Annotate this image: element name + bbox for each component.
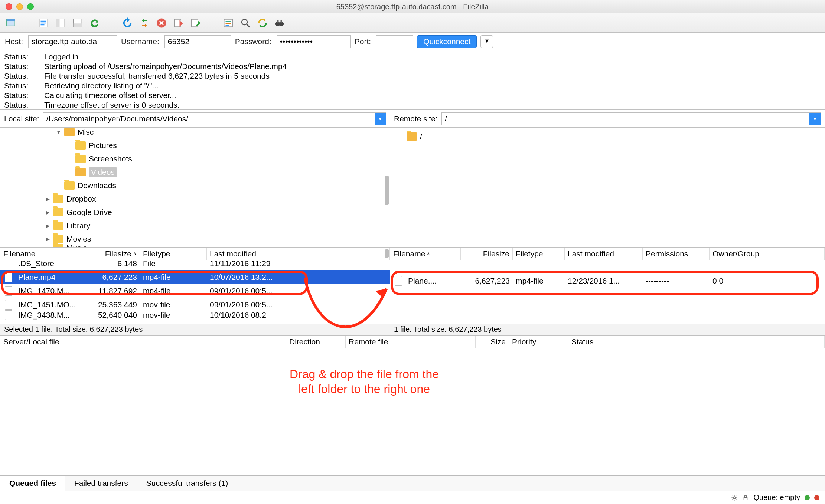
- col-direction[interactable]: Direction: [286, 336, 346, 348]
- col-server-file[interactable]: Server/Local file: [0, 336, 286, 348]
- file-type: mp4-file: [140, 273, 207, 282]
- col-filesize[interactable]: Filesize∧: [88, 248, 140, 260]
- activity-indicator-1: [805, 495, 810, 500]
- col-remote-file[interactable]: Remote file: [346, 336, 476, 348]
- local-path-dropdown[interactable]: ▼: [375, 113, 386, 125]
- file-size: 6,627,223: [88, 273, 140, 282]
- tree-item[interactable]: ▶Library: [0, 219, 390, 232]
- remote-path-input[interactable]: [441, 112, 821, 125]
- col-owner[interactable]: Owner/Group: [710, 248, 825, 260]
- tree-item[interactable]: ▼Misc: [0, 128, 390, 139]
- toggle-queue-icon[interactable]: [70, 16, 85, 30]
- tab-failed[interactable]: Failed transfers: [65, 476, 137, 491]
- tree-item[interactable]: Downloads: [0, 179, 390, 192]
- port-input[interactable]: [376, 35, 413, 48]
- reconnect-icon[interactable]: [188, 16, 203, 30]
- log-label: Status:: [4, 91, 34, 100]
- disclosure-icon[interactable]: ▶: [45, 209, 50, 215]
- toggle-sync-icon[interactable]: [137, 16, 152, 30]
- log-message: Retrieving directory listing of "/"...: [44, 81, 159, 91]
- file-icon: [5, 260, 12, 268]
- file-type: mp4-file: [140, 287, 207, 295]
- log-label: Status:: [4, 52, 34, 62]
- toggle-log-icon[interactable]: [36, 16, 51, 30]
- file-row[interactable]: Plane.mp46,627,223mp4-file10/07/2016 13:…: [0, 270, 390, 284]
- settings-icon[interactable]: [731, 494, 738, 501]
- filter-icon[interactable]: [221, 16, 236, 30]
- local-file-list[interactable]: .DS_Store6,148File11/11/2016 11:29Plane.…: [0, 260, 390, 324]
- col-permissions[interactable]: Permissions: [643, 248, 710, 260]
- log-label: Status:: [4, 62, 34, 71]
- file-row[interactable]: IMG_1470.M...11,827,692mp4-file09/01/201…: [0, 284, 390, 298]
- disclosure-icon[interactable]: ▼: [56, 129, 61, 135]
- tree-item[interactable]: Screenshots: [0, 152, 390, 166]
- port-label: Port:: [355, 37, 371, 46]
- queue-status: Queue: empty: [753, 493, 800, 502]
- file-size: 52,640,040: [88, 311, 140, 320]
- tree-item[interactable]: Videos: [0, 166, 390, 179]
- col-lastmod[interactable]: Last modified: [565, 248, 643, 260]
- col-filename[interactable]: Filename∧: [390, 248, 461, 260]
- scrollbar[interactable]: [385, 249, 389, 258]
- queue-header[interactable]: Server/Local file Direction Remote file …: [0, 336, 825, 348]
- compare-icon[interactable]: [255, 16, 270, 30]
- search-icon[interactable]: [238, 16, 253, 30]
- col-filename[interactable]: Filename: [0, 248, 88, 260]
- tree-item[interactable]: /: [390, 130, 825, 143]
- col-filetype[interactable]: Filetype: [513, 248, 565, 260]
- folder-icon: [64, 181, 75, 190]
- lock-icon[interactable]: [742, 494, 749, 501]
- username-input[interactable]: [164, 35, 231, 48]
- col-priority[interactable]: Priority: [509, 336, 568, 348]
- tree-item[interactable]: Pictures: [0, 139, 390, 152]
- local-status: Selected 1 file. Total size: 6,627,223 b…: [0, 324, 390, 335]
- scrollbar[interactable]: [385, 176, 389, 205]
- file-row[interactable]: IMG_3438.M...52,640,040mov-file10/10/201…: [0, 311, 390, 319]
- quickconnect-button[interactable]: Quickconnect: [417, 35, 477, 48]
- process-queue-icon[interactable]: [120, 16, 135, 30]
- tree-label: Dropbox: [66, 194, 96, 203]
- disclosure-icon[interactable]: ▶: [45, 236, 50, 242]
- local-file-header[interactable]: Filename Filesize∧ Filetype Last modifie…: [0, 248, 390, 260]
- col-size[interactable]: Size: [476, 336, 509, 348]
- site-manager-icon[interactable]: [3, 16, 18, 30]
- host-label: Host:: [5, 37, 23, 46]
- disclosure-icon[interactable]: ▶: [45, 245, 50, 248]
- local-directory-tree[interactable]: ▼MiscPicturesScreenshotsVideosDownloads▶…: [0, 128, 390, 248]
- username-label: Username:: [121, 37, 159, 46]
- log-message: Starting upload of /Users/romainpohyer/D…: [44, 62, 287, 71]
- col-filesize[interactable]: Filesize: [461, 248, 513, 260]
- cancel-icon[interactable]: [154, 16, 169, 30]
- folder-icon: [75, 168, 86, 176]
- quickconnect-history-button[interactable]: ▼: [480, 35, 493, 48]
- remote-directory-tree[interactable]: /: [390, 128, 825, 248]
- file-row[interactable]: Plane....6,627,223mp4-file12/23/2016 1..…: [390, 274, 825, 288]
- refresh-icon[interactable]: [87, 16, 102, 30]
- file-type: File: [140, 260, 207, 268]
- disconnect-icon[interactable]: [171, 16, 186, 30]
- remote-path-dropdown[interactable]: ▼: [809, 113, 821, 125]
- disclosure-icon[interactable]: ▶: [45, 223, 50, 229]
- col-filetype[interactable]: Filetype: [140, 248, 207, 260]
- col-status[interactable]: Status: [568, 336, 825, 348]
- file-row[interactable]: IMG_1451.MO...25,363,449mov-file09/01/20…: [0, 298, 390, 311]
- remote-file-list[interactable]: Plane....6,627,223mp4-file12/23/2016 1..…: [390, 260, 825, 324]
- file-name: Plane....: [405, 276, 461, 285]
- file-modified: 09/01/2016 00:5...: [207, 287, 390, 295]
- tab-queued[interactable]: Queued files: [0, 475, 65, 491]
- disclosure-icon[interactable]: ▶: [45, 196, 50, 202]
- tree-item[interactable]: ▶Dropbox: [0, 192, 390, 206]
- file-size: 11,827,692: [88, 287, 140, 295]
- file-row[interactable]: .DS_Store6,148File11/11/2016 11:29: [0, 260, 390, 270]
- file-type: mov-file: [140, 300, 207, 309]
- tree-item[interactable]: ▶Google Drive: [0, 206, 390, 219]
- local-path-input[interactable]: [43, 112, 386, 125]
- folder-icon: [53, 208, 63, 216]
- col-lastmod[interactable]: Last modified: [207, 248, 390, 260]
- binoculars-icon[interactable]: [272, 16, 287, 30]
- toggle-tree-icon[interactable]: [53, 16, 68, 30]
- tab-successful[interactable]: Successful transfers (1): [137, 476, 238, 491]
- password-input[interactable]: [277, 35, 351, 48]
- host-input[interactable]: [28, 35, 117, 48]
- remote-file-header[interactable]: Filename∧ Filesize Filetype Last modifie…: [390, 248, 825, 260]
